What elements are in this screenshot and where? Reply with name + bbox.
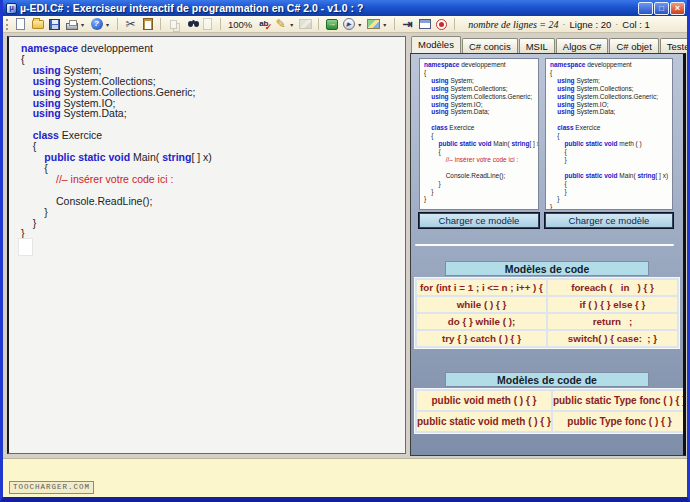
main-area: namespace developpement{ using System; u… [3,33,687,458]
properties-icon[interactable] [417,17,432,31]
code-template-cell[interactable]: public Type fonc ( ) { } [553,412,686,431]
table-row: try { } catch ( ) { } switch( ) { case: … [417,331,677,346]
zoom-level-select[interactable]: 100% [226,19,254,30]
paste-icon[interactable] [140,17,155,31]
code-models-table: for (int i = 1 ; i <= n ; i++ ) { foreac… [414,277,680,349]
editor-code[interactable]: namespace developpement{ using System; u… [9,37,405,239]
spellcheck-icon[interactable]: ab✓ [256,17,271,31]
picture-icon[interactable] [366,17,381,31]
app-icon: µ [6,3,17,14]
code-template-cell[interactable]: do { } while ( ); [417,314,546,329]
code-template-cell[interactable]: switch( ) { case: ; } [548,331,677,346]
model-preview-1: namespace developpement{ using System; u… [419,58,539,210]
toolbar-separator [117,18,118,30]
code-template-cell[interactable]: while ( ) { } [417,297,546,312]
code-template-cell[interactable]: return ; [548,314,677,329]
code-editor[interactable]: namespace developpement{ using System; u… [7,36,406,454]
code-template-cell[interactable]: public static void meth ( ) { } [417,412,551,431]
line-label: Ligne : 20 [570,19,612,30]
code-template-cell[interactable]: for (int i = 1 ; i <= n ; i++ ) { [417,280,546,295]
record-icon[interactable] [434,17,449,31]
tab-msil[interactable]: MSIL [519,38,555,53]
load-model-2-button[interactable]: Charger ce modèle [545,213,673,228]
cut-icon[interactable]: ✂ [123,17,138,31]
new-document-icon[interactable] [13,17,28,31]
pencil-dropdown-arrow[interactable]: ▾ [290,21,296,28]
toolbar-separator [220,18,221,30]
tab-modeles[interactable]: Modèles [411,36,461,53]
preview-icon[interactable] [200,17,215,31]
minimize-button[interactable]: _ [638,2,653,15]
maximize-button[interactable]: □ [654,2,669,15]
toolbar-separator [394,18,395,30]
horizontal-divider [415,244,674,246]
line-count-label: nombre de lignes = 24 [468,19,558,30]
window-title: µ-EDI.C# : Exerciseur interactif de prog… [20,2,637,14]
load-model-1-button[interactable]: Charger ce modèle [419,213,539,228]
titlebar: µ µ-EDI.C# : Exerciseur interactif de pr… [3,0,687,16]
model-preview-2: namespace developpement{ using System; u… [545,58,673,210]
run-icon[interactable]: → [324,17,339,31]
table-row: public void meth ( ) { } public static T… [417,391,686,410]
toolbar-separator [454,18,455,30]
copy-icon[interactable] [166,17,181,31]
print-dropdown-arrow[interactable]: ▾ [81,21,87,28]
tab-testez-vous[interactable]: Testez vous [660,38,690,53]
save-icon[interactable] [47,17,62,31]
code-template-cell[interactable]: if ( ) { } else { } [548,297,677,312]
pencil-icon[interactable]: ✎ [273,17,288,31]
toolbar-separator [318,18,319,30]
toolbar-grip[interactable] [6,19,9,30]
tab-csharp-concis[interactable]: C# concis [462,38,518,53]
col-label: Col : 1 [622,19,649,30]
play-icon[interactable]: ▶ [341,17,356,31]
code-template-cell[interactable]: try { } catch ( ) { } [417,331,546,346]
editor-caret-block [18,238,33,256]
bottom-strip: TOOCHARGER.COM [3,458,687,497]
exit-icon[interactable]: ⇥ [400,17,415,31]
right-panel: Modèles C# concis MSIL Algos C# C# objet… [410,36,686,456]
table-row: public static void meth ( ) { } public T… [417,412,686,431]
tab-algos-csharp[interactable]: Algos C# [556,38,609,53]
table-row: do { } while ( ); return ; [417,314,677,329]
toolbar-separator [160,18,161,30]
code-template-cell[interactable]: public static Type fonc ( ) { } [553,391,686,410]
toolbar: ▾ ? ▾ ✂ 100% ab✓ ✎ ▾ → ▶ ▾ ▾ ⇥ nombre de… [3,16,687,33]
help-dropdown-arrow[interactable]: ▾ [106,21,112,28]
play-dropdown-arrow[interactable]: ▾ [358,21,364,28]
method-models-table: public void meth ( ) { } public static T… [414,388,686,434]
code-template-cell[interactable]: public void meth ( ) { } [417,391,551,410]
picture-dropdown-arrow[interactable]: ▾ [383,21,389,28]
code-models-header: Modèles de code [445,261,649,276]
print-icon[interactable] [64,17,79,31]
open-folder-icon[interactable] [30,17,45,31]
watermark-label: TOOCHARGER.COM [9,481,94,494]
code-template-cell[interactable]: foreach ( in ) { } [548,280,677,295]
image-disabled-icon[interactable] [298,17,313,31]
method-models-header: Modèles de code de [445,372,649,387]
close-button[interactable]: × [670,2,685,15]
table-row: for (int i = 1 ; i <= n ; i++ ) { foreac… [417,280,677,295]
table-row: while ( ) { } if ( ) { } else { } [417,297,677,312]
help-icon[interactable]: ? [89,17,104,31]
tab-bar: Modèles C# concis MSIL Algos C# C# objet… [410,36,686,53]
find-icon[interactable] [183,17,198,31]
status-info: nombre de lignes = 24 · Ligne : 20 · Col… [468,19,649,30]
tab-csharp-objet[interactable]: C# objet [609,38,658,53]
app-window: µ µ-EDI.C# : Exerciseur interactif de pr… [0,0,690,502]
tab-content-modeles: namespace developpement{ using System; u… [410,53,686,456]
